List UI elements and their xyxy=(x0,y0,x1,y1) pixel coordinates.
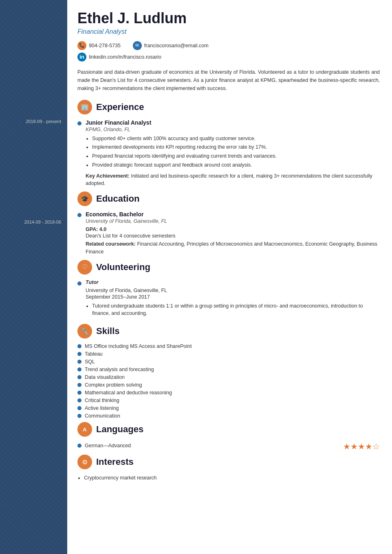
education-icon: 🎓 xyxy=(77,191,92,206)
education-section: 🎓 Education Economics, Bachelor Universi… xyxy=(77,191,380,256)
skill-item: Trend analysis and forecasting xyxy=(77,367,380,372)
interest-list: Cryptocurrency market research xyxy=(77,474,380,482)
sidebar: 2018-09 - present 2014-09 - 2018-06 xyxy=(0,0,67,554)
key-achievement-label: Key Achievement: xyxy=(86,173,130,179)
skill-item: Mathematical and deductive reasoning xyxy=(77,390,380,396)
education-entry-content: Economics, Bachelor University of Florid… xyxy=(86,211,380,256)
skill-text: MS Office including MS Access and ShareP… xyxy=(85,343,192,349)
linkedin-text: linkedin.com/in/francisco.rosario xyxy=(89,54,161,60)
exp-bullet-1: Supported 40+ clients with 100% accuracy… xyxy=(92,135,380,143)
interests-icon: ⚙ xyxy=(77,455,92,469)
experience-title: Experience xyxy=(96,102,144,112)
experience-icon: 🏢 xyxy=(77,100,92,114)
skill-text: Complex problem solving xyxy=(85,382,142,388)
main-content: Ethel J. Ludlum Financial Analyst 📞 904-… xyxy=(67,0,392,554)
education-title: Education xyxy=(96,193,139,204)
experience-entry: Junior Financial Analyst KPMG, Orlando, … xyxy=(77,119,380,188)
linkedin-contact: in linkedin.com/in/francisco.rosario xyxy=(77,53,161,62)
experience-bullets: Supported 40+ clients with 100% accuracy… xyxy=(86,135,380,169)
language-stars: ★★★★☆ xyxy=(343,442,380,451)
experience-date: 2018-09 - present xyxy=(4,118,63,125)
skill-dot xyxy=(77,398,81,402)
exp-bullet-3: Prepared financial reports identifying a… xyxy=(92,152,380,160)
candidate-title: Financial Analyst xyxy=(77,28,380,35)
skill-item: SQL xyxy=(77,359,380,365)
education-date: 2014-09 - 2018-06 xyxy=(4,219,63,226)
languages-title: Languages xyxy=(96,424,143,435)
skills-header: 🔧 Skills xyxy=(77,324,380,339)
interests-section: ⚙ Interests Cryptocurrency market resear… xyxy=(77,455,380,482)
language-item: German—Advanced★★★★☆ xyxy=(77,442,380,451)
degree-title: Economics, Bachelor xyxy=(86,211,380,218)
volunteer-bullet-1: Tutored undergraduate students 1:1 or wi… xyxy=(92,302,380,318)
contact-row-2: in linkedin.com/in/francisco.rosario xyxy=(77,53,380,62)
skill-text: Mathematical and deductive reasoning xyxy=(85,390,172,396)
skill-item: Communication xyxy=(77,413,380,419)
company-name: KPMG, Orlando, FL xyxy=(86,127,380,132)
coursework: Related coursework: Financial Accounting… xyxy=(86,240,380,256)
skills-title: Skills xyxy=(96,326,119,336)
coursework-label: Related coursework: xyxy=(86,241,136,247)
phone-text: 904-278-5735 xyxy=(89,43,121,48)
volunteering-section: ♡ Volunteering Tutor University of Flori… xyxy=(77,260,380,320)
interests-list: Cryptocurrency market research xyxy=(77,474,380,482)
exp-bullet-2: Implemented developments into KPI report… xyxy=(92,143,380,151)
interests-header: ⚙ Interests xyxy=(77,455,380,469)
skill-item: MS Office including MS Access and ShareP… xyxy=(77,343,380,349)
volunteering-title: Volunteering xyxy=(96,262,150,273)
volunteering-entry: Tutor University of Florida, Gainesville… xyxy=(77,279,380,320)
language-dot xyxy=(77,444,81,448)
skill-dot xyxy=(77,367,81,372)
candidate-name: Ethel J. Ludlum xyxy=(77,10,380,26)
languages-section: A Languages German—Advanced★★★★☆ xyxy=(77,422,380,451)
languages-list: German—Advanced★★★★☆ xyxy=(77,442,380,451)
skill-text: Trend analysis and forecasting xyxy=(85,367,154,372)
volunteering-icon: ♡ xyxy=(77,260,92,275)
skills-list: MS Office including MS Access and ShareP… xyxy=(77,343,380,419)
volunteer-org: University of Florida, Gainesville, FL xyxy=(86,288,380,293)
phone-icon: 📞 xyxy=(77,41,86,50)
volunteer-dates: September 2015–June 2017 xyxy=(86,294,380,300)
skill-item: Active listening xyxy=(77,405,380,411)
phone-contact: 📞 904-278-5735 xyxy=(77,41,121,50)
volunteering-header: ♡ Volunteering xyxy=(77,260,380,275)
experience-bullet xyxy=(77,121,81,125)
school-name: University of Florida, Gainesville, FL xyxy=(86,218,380,224)
skill-dot xyxy=(77,375,81,379)
email-icon: ✉ xyxy=(133,41,142,50)
email-contact: ✉ franciscorosario@email.com xyxy=(133,41,209,50)
volunteering-bullet xyxy=(77,281,81,286)
volunteer-role: Tutor xyxy=(86,279,380,285)
key-achievement: Key Achievement: Initiated and led busin… xyxy=(86,172,380,188)
skill-item: Data visualization xyxy=(77,374,380,380)
experience-header: 🏢 Experience xyxy=(77,100,380,114)
skill-text: Data visualization xyxy=(85,374,125,380)
interest-item: Cryptocurrency market research xyxy=(84,474,380,482)
deans-list: Dean's List for 4 consecutive semesters xyxy=(86,233,380,239)
skills-icon: 🔧 xyxy=(77,324,92,339)
skill-text: Tableau xyxy=(85,351,103,357)
language-name: German—Advanced xyxy=(85,443,131,448)
skill-dot xyxy=(77,414,81,418)
skill-dot xyxy=(77,344,81,348)
email-text: franciscorosario@email.com xyxy=(144,43,209,48)
volunteering-entry-content: Tutor University of Florida, Gainesville… xyxy=(86,279,380,320)
gpa: GPA: 4.0 xyxy=(86,226,380,232)
experience-section: 🏢 Experience Junior Financial Analyst KP… xyxy=(77,100,380,188)
experience-entry-content: Junior Financial Analyst KPMG, Orlando, … xyxy=(86,119,380,188)
education-entry: Economics, Bachelor University of Florid… xyxy=(77,211,380,256)
skill-dot xyxy=(77,360,81,364)
skill-item: Complex problem solving xyxy=(77,382,380,388)
education-bullet xyxy=(77,213,81,217)
skill-text: Active listening xyxy=(85,405,119,411)
header: Ethel J. Ludlum Financial Analyst 📞 904-… xyxy=(77,10,380,62)
languages-icon: A xyxy=(77,422,92,437)
summary-text: Passionate and data-driven graduate of e… xyxy=(77,68,380,92)
skill-text: Communication xyxy=(85,413,120,419)
skills-section: 🔧 Skills MS Office including MS Access a… xyxy=(77,324,380,419)
interests-title: Interests xyxy=(96,457,134,467)
volunteer-bullets: Tutored undergraduate students 1:1 or wi… xyxy=(86,302,380,318)
skill-item: Tableau xyxy=(77,351,380,357)
linkedin-icon: in xyxy=(77,53,86,62)
job-title: Junior Financial Analyst xyxy=(86,119,380,126)
